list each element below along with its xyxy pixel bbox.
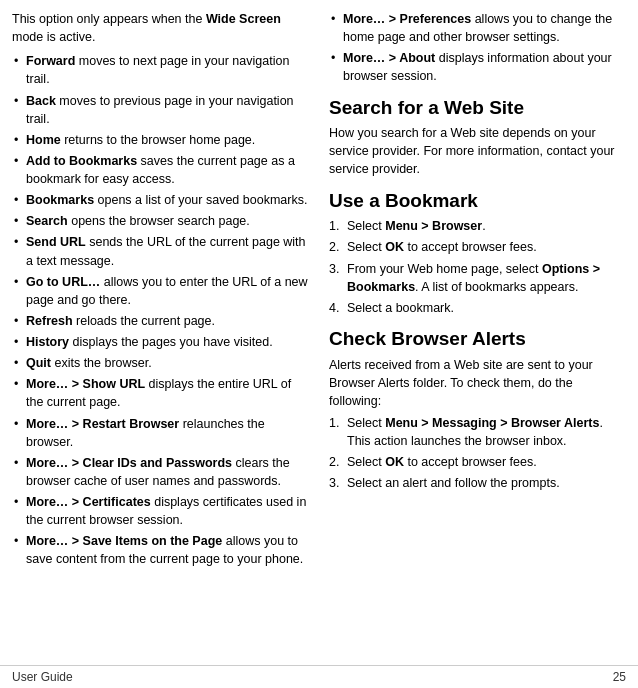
item-bold: Go to URL… [26, 275, 100, 289]
alerts-heading: Check Browser Alerts [329, 327, 626, 352]
item-bold: More… > Certificates [26, 495, 151, 509]
list-item: Go to URL… allows you to enter the URL o… [12, 273, 309, 309]
step-num: 4. [329, 299, 339, 317]
list-item: 3.From your Web home page, select Option… [329, 260, 626, 296]
item-bold: Quit [26, 356, 51, 370]
item-bold: Forward [26, 54, 75, 68]
list-item: 4.Select a bookmark. [329, 299, 626, 317]
wide-screen-bold: Wide Screen [206, 12, 281, 26]
step-num: 1. [329, 217, 339, 235]
list-item: Home returns to the browser home page. [12, 131, 309, 149]
list-item: 3.Select an alert and follow the prompts… [329, 474, 626, 492]
item-bold: Menu > Messaging > Browser Alerts [385, 416, 599, 430]
list-item: Refresh reloads the current page. [12, 312, 309, 330]
left-bullet-list: Forward moves to next page in your navig… [12, 52, 309, 568]
item-bold: OK [385, 455, 404, 469]
list-item: 1.Select Menu > Messaging > Browser Aler… [329, 414, 626, 450]
list-item: Add to Bookmarks saves the current page … [12, 152, 309, 188]
list-item: Search opens the browser search page. [12, 212, 309, 230]
bookmark-heading: Use a Bookmark [329, 189, 626, 214]
right-column: More… > Preferences allows you to change… [323, 10, 626, 661]
item-bold: More… > Restart Browser [26, 417, 179, 431]
intro-text: This option only appears when the Wide S… [12, 10, 309, 46]
item-bold: Search [26, 214, 68, 228]
step-num: 3. [329, 260, 339, 278]
right-bullet-list: More… > Preferences allows you to change… [329, 10, 626, 86]
step-num: 2. [329, 238, 339, 256]
list-item: Send URL sends the URL of the current pa… [12, 233, 309, 269]
page-number: 25 [613, 670, 626, 684]
list-item: More… > Clear IDs and Passwords clears t… [12, 454, 309, 490]
step-num: 2. [329, 453, 339, 471]
step-num: 1. [329, 414, 339, 432]
item-bold: More… > Preferences [343, 12, 471, 26]
list-item: 2.Select OK to accept browser fees. [329, 238, 626, 256]
content-area: This option only appears when the Wide S… [0, 0, 638, 661]
list-item: More… > Certificates displays certificat… [12, 493, 309, 529]
item-bold: Bookmarks [26, 193, 94, 207]
list-item: Back moves to previous page in your navi… [12, 92, 309, 128]
left-column: This option only appears when the Wide S… [12, 10, 315, 661]
list-item: More… > Show URL displays the entire URL… [12, 375, 309, 411]
item-bold: More… > Save Items on the Page [26, 534, 222, 548]
item-bold: Back [26, 94, 56, 108]
list-item: More… > Restart Browser relaunches the b… [12, 415, 309, 451]
bookmark-steps: 1.Select Menu > Browser. 2.Select OK to … [329, 217, 626, 317]
list-item: Forward moves to next page in your navig… [12, 52, 309, 88]
list-item: More… > About displays information about… [329, 49, 626, 85]
item-bold: History [26, 335, 69, 349]
item-bold: More… > About [343, 51, 435, 65]
list-item: Bookmarks opens a list of your saved boo… [12, 191, 309, 209]
list-item: 2.Select OK to accept browser fees. [329, 453, 626, 471]
list-item: History displays the pages you have visi… [12, 333, 309, 351]
item-bold: More… > Show URL [26, 377, 145, 391]
page-container: This option only appears when the Wide S… [0, 0, 638, 688]
item-bold: More… > Clear IDs and Passwords [26, 456, 232, 470]
alerts-steps: 1.Select Menu > Messaging > Browser Aler… [329, 414, 626, 493]
footer-label: User Guide [12, 670, 73, 684]
step-num: 3. [329, 474, 339, 492]
item-bold: Refresh [26, 314, 73, 328]
list-item: Quit exits the browser. [12, 354, 309, 372]
item-bold: Add to Bookmarks [26, 154, 137, 168]
item-bold: OK [385, 240, 404, 254]
search-heading: Search for a Web Site [329, 96, 626, 121]
search-body: How you search for a Web site depends on… [329, 124, 626, 178]
item-bold: Menu > Browser [385, 219, 482, 233]
item-bold: Home [26, 133, 61, 147]
list-item: More… > Save Items on the Page allows yo… [12, 532, 309, 568]
list-item: More… > Preferences allows you to change… [329, 10, 626, 46]
alerts-intro: Alerts received from a Web site are sent… [329, 356, 626, 410]
list-item: 1.Select Menu > Browser. [329, 217, 626, 235]
item-bold: Options > Bookmarks [347, 262, 600, 294]
page-footer: User Guide 25 [0, 665, 638, 688]
item-bold: Send URL [26, 235, 86, 249]
